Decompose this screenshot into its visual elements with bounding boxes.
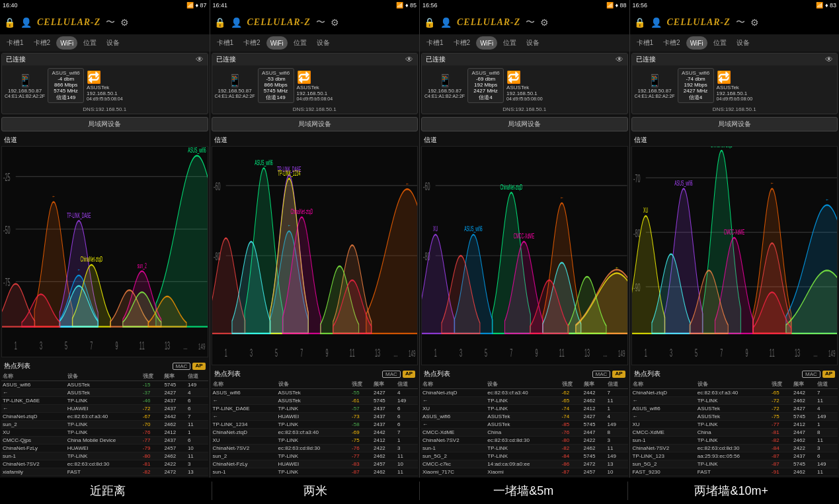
table-row[interactable]: ASUS_wifi6 ASUSTek -72 2427 4	[631, 405, 838, 413]
tab-卡槽1[interactable]: 卡槽1	[422, 36, 448, 50]
eye-icon[interactable]: 👁	[616, 55, 623, 64]
table-row[interactable]: ← ASUSTek -85 5745 149	[421, 421, 628, 429]
table-row[interactable]: TP-LINK_DA6E TP-LINK -46 2437 6	[1, 397, 208, 405]
table-row[interactable]: ASUS_wifi6 ASUSTek -74 2427 4	[421, 413, 628, 421]
table-row[interactable]: ← TP-LINK -72 2462 11	[631, 397, 838, 405]
table-row[interactable]: ChinaNet-7SV2 ec:82:63:cd:8d:30 -81 2422…	[1, 460, 208, 468]
tab-WiFi[interactable]: WiFi	[686, 36, 707, 50]
cell-channel: 4	[396, 389, 418, 397]
cell-channel: 11	[816, 397, 838, 405]
table-row[interactable]: ChinaNet-ztqD ec:82:63:cf:a3:40 -69 2442…	[212, 429, 419, 437]
table-row[interactable]: XU TP-LINK -77 2412 1	[631, 421, 838, 429]
svg-text:←: ←	[825, 195, 828, 203]
table-row[interactable]: TP-LINK_123 aa:25:93:ec:05:56 -87 2437 6	[631, 452, 838, 460]
table-row[interactable]: XU TP-LINK -74 2412 1	[421, 405, 628, 413]
dns-row: DNS:192.168.50.1	[422, 106, 627, 114]
ap-badge[interactable]: AP	[192, 363, 205, 370]
table-row[interactable]: XU TP-LINK -76 2412 1	[1, 429, 208, 437]
table-row[interactable]: TP-LINK_DA6E TP-LINK -57 2437 6	[212, 405, 419, 413]
table-row[interactable]: ← TP-LINK -65 2462 11	[421, 397, 628, 405]
table-row[interactable]: CMCC-XdME China -76 2447 8	[421, 429, 628, 437]
cell-device: HUAWEI	[277, 413, 351, 421]
table-row[interactable]: Xiaomi_717C Xiaomi -87 2457 10	[421, 468, 628, 476]
lan-button[interactable]: 局域网设备	[212, 117, 419, 131]
tab-卡槽1[interactable]: 卡槽1	[633, 36, 658, 50]
table-row[interactable]: ChinaNet-ztqD ec:82:63:cf:a3:40 -67 2442…	[1, 413, 208, 421]
lan-button[interactable]: 局域网设备	[1, 117, 208, 131]
tab-设备[interactable]: 设备	[733, 36, 754, 50]
tab-位置[interactable]: 位置	[499, 36, 520, 50]
tab-卡槽2[interactable]: 卡槽2	[659, 36, 684, 50]
table-row[interactable]: ← HUAWEI -73 2437 6	[212, 413, 419, 421]
tab-卡槽1[interactable]: 卡槽1	[3, 36, 28, 50]
gear-icon[interactable]: ⚙	[120, 17, 129, 28]
table-row[interactable]: ChinaNet-7SV2 ec:82:63:cd:8d:30 -76 2422…	[212, 445, 419, 452]
table-row[interactable]: ChinaNet-FzLy HUAWEI -79 2457 10	[1, 445, 208, 452]
tab-卡槽2[interactable]: 卡槽2	[450, 36, 475, 50]
tab-WiFi[interactable]: WiFi	[476, 36, 497, 50]
table-row[interactable]: sun_5G_2 TP-LINK -87 5745 149	[631, 460, 838, 468]
ssid: ASUS_wifi6	[471, 70, 500, 76]
tab-卡槽2[interactable]: 卡槽2	[30, 36, 55, 50]
eye-icon[interactable]: 👁	[825, 55, 833, 64]
lan-button[interactable]: 局域网设备	[421, 117, 628, 131]
wifi-detail: ASUS_wifi6 -4 dbm 866 Mbps 5745 MHz 信道14…	[48, 68, 84, 103]
phone-mac: C4:E1:A1:B2:A2:2F	[5, 94, 45, 98]
table-row[interactable]: ← ASUSTek -37 2427 4	[1, 389, 208, 397]
table-row[interactable]: CMCC-XdME China -81 2447 8	[631, 429, 838, 437]
lan-button[interactable]: 局域网设备	[631, 117, 838, 131]
table-row[interactable]: ASUS_wifi6 ASUSTek -55 2427 4	[212, 389, 419, 397]
mac-badge[interactable]: MAC	[382, 371, 401, 378]
tab-WiFi[interactable]: WiFi	[56, 36, 77, 50]
ap-badge[interactable]: AP	[403, 371, 415, 378]
eye-icon[interactable]: 👁	[405, 55, 413, 64]
gear-icon[interactable]: ⚙	[540, 17, 549, 28]
table-row[interactable]: sun_2 TP-LINK -77 2462 11	[212, 452, 419, 460]
table-row[interactable]: FAST_9230 FAST -91 2462 11	[631, 468, 838, 476]
table-row[interactable]: sun-1 TP-LINK -82 2462 11	[421, 445, 628, 452]
table-row[interactable]: TP-LINK_1234 TP-LINK -58 2437 6	[212, 421, 419, 429]
mac-badge[interactable]: MAC	[592, 371, 611, 378]
tab-卡槽1[interactable]: 卡槽1	[213, 36, 238, 50]
table-row[interactable]: CMCC-c7kc 14:ad:ca:09:a0:ee -86 2472 13	[421, 460, 628, 468]
table-row[interactable]: CMCC-Qjps China Mobile Device -77 2437 6	[1, 437, 208, 445]
cell-freq: 2437	[372, 413, 396, 421]
tab-WiFi[interactable]: WiFi	[266, 36, 288, 50]
table-row[interactable]: ← ASUSTek -61 5745 149	[212, 397, 419, 405]
tab-设备[interactable]: 设备	[522, 36, 543, 50]
table-row[interactable]: ASUS_wifi6 ASUSTek -15 5745 149	[1, 381, 208, 389]
table-row[interactable]: sun-1 TP-LINK -80 2462 11	[1, 452, 208, 460]
ap-badge[interactable]: AP	[822, 371, 835, 378]
table-row[interactable]: sun_5G_2 TP-LINK -84 5745 149	[421, 452, 628, 460]
router-ip: 192.168.50.1	[717, 90, 753, 96]
table-row[interactable]: ChinaNet-FzLy HUAWEI -83 2457 10	[212, 460, 419, 468]
table-row[interactable]: xiafamily FAST -82 2472 13	[1, 468, 208, 476]
mac-badge[interactable]: MAC	[173, 363, 191, 370]
mac-badge[interactable]: MAC	[802, 371, 820, 378]
ap-badge[interactable]: AP	[612, 371, 625, 378]
table-row[interactable]: ChinaNet-ztqD ec:82:63:cf:a3:40 -65 2442…	[631, 389, 838, 397]
tab-位置[interactable]: 位置	[709, 36, 731, 50]
table-row[interactable]: sun-1 TP-LINK -82 2462 11	[631, 437, 838, 445]
table-row[interactable]: ← HUAWEI -72 2437 6	[1, 405, 208, 413]
table-row[interactable]: ChinaNet-7SV2 ec:82:63:cd:8d:30 -84 2422…	[631, 445, 838, 452]
table-row[interactable]: ChinaNet-7SV2 ec:82:63:cd:8d:30 -80 2422…	[421, 437, 628, 445]
table-row[interactable]: sun_2 TP-LINK -70 2462 11	[1, 421, 208, 429]
table-row[interactable]: XU TP-LINK -75 2412 1	[212, 437, 419, 445]
cell-strength: -87	[770, 452, 792, 460]
tab-设备[interactable]: 设备	[102, 36, 124, 50]
table-row[interactable]: sun-1 TP-LINK -87 2462 11	[212, 468, 419, 476]
table-row[interactable]: ChinaNet-ztqD ec:82:63:cf:a3:40 -62 2442…	[421, 389, 628, 397]
tab-位置[interactable]: 位置	[79, 36, 100, 50]
cell-device: TP-LINK	[696, 460, 770, 468]
gear-icon[interactable]: ⚙	[750, 17, 759, 28]
tab-设备[interactable]: 设备	[313, 36, 334, 50]
phone-ip: 192.168.50.87	[8, 88, 42, 94]
tab-卡槽2[interactable]: 卡槽2	[239, 36, 264, 50]
wave-icon: 〜	[736, 17, 745, 28]
gear-icon[interactable]: ⚙	[331, 17, 339, 28]
table-row[interactable]: ← ASUSTek -75 5745 149	[631, 413, 838, 421]
cell-device: TP-LINK	[486, 452, 560, 460]
eye-icon[interactable]: 👁	[196, 55, 204, 64]
tab-位置[interactable]: 位置	[290, 36, 311, 50]
